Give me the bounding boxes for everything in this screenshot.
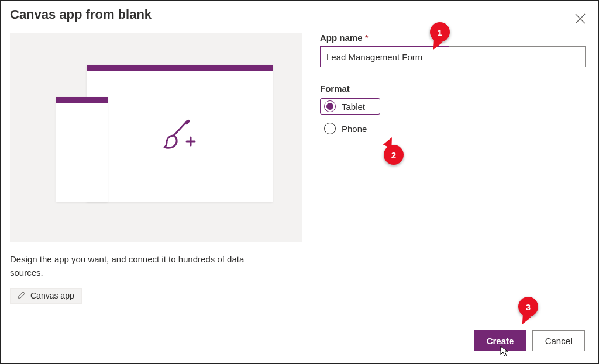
cancel-button[interactable]: Cancel — [532, 330, 585, 351]
dialog-description: Design the app you want, and connect it … — [10, 252, 273, 280]
annotation-2: 2 — [384, 145, 404, 165]
canvas-app-tag[interactable]: Canvas app — [10, 288, 82, 304]
required-marker: * — [365, 33, 369, 43]
tablet-preview — [87, 65, 273, 202]
format-label: Format — [320, 84, 586, 93]
dialog-title: Canvas app from blank — [10, 7, 589, 22]
cursor-icon — [500, 346, 510, 358]
tag-label: Canvas app — [30, 291, 74, 300]
pencil-icon — [18, 291, 26, 301]
app-name-label: App name * — [320, 33, 586, 43]
annotation-3: 3 — [518, 297, 538, 317]
radio-label: Phone — [342, 124, 367, 134]
close-icon[interactable] — [573, 12, 587, 26]
format-option-tablet[interactable]: Tablet — [320, 97, 586, 116]
app-name-input[interactable] — [320, 46, 586, 67]
radio-icon — [324, 100, 336, 112]
radio-icon — [324, 123, 336, 134]
annotation-1: 1 — [430, 22, 450, 42]
format-option-phone[interactable]: Phone — [320, 119, 586, 138]
phone-preview — [56, 97, 108, 202]
radio-label: Tablet — [342, 102, 365, 112]
brush-plus-icon — [161, 118, 198, 155]
preview-panel — [10, 33, 302, 242]
